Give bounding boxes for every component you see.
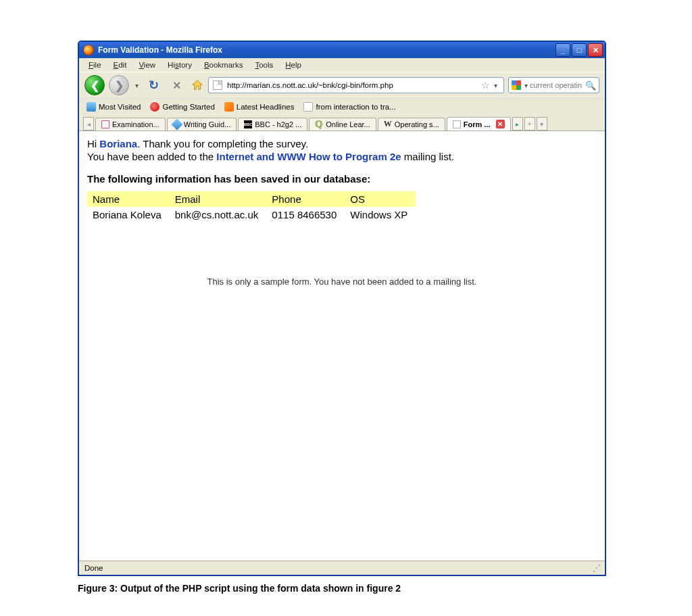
- forward-button: ❯: [109, 75, 129, 95]
- bookmark-latest-headlines[interactable]: Latest Headlines: [222, 101, 297, 113]
- table-row: Boriana Koleva bnk@cs.nott.ac.uk 0115 84…: [87, 207, 416, 222]
- col-os: OS: [345, 191, 416, 207]
- navigation-toolbar: ❮ ❯ ▾ ↻ ✕ ☆ ▾ ▾ current operatin 🔍: [79, 72, 605, 98]
- menu-bar: File Edit View History Bookmarks Tools H…: [79, 58, 605, 72]
- menu-edit[interactable]: Edit: [108, 60, 132, 70]
- status-bar: Done ⋰: [79, 561, 605, 575]
- tab-examination[interactable]: Examination...: [95, 118, 166, 131]
- wikipedia-icon: W: [384, 120, 392, 128]
- cell-name: Boriana Koleva: [87, 207, 170, 222]
- bookmark-star-icon[interactable]: ☆: [479, 80, 492, 91]
- cell-phone: 0115 8466530: [266, 207, 345, 222]
- greeting-line2: You have been added to the Internet and …: [87, 151, 597, 162]
- new-tab-button[interactable]: +: [524, 117, 535, 131]
- home-button[interactable]: [191, 78, 204, 92]
- firefox-icon: [83, 45, 94, 55]
- cell-email: bnk@cs.nott.ac.uk: [170, 207, 267, 222]
- menu-help[interactable]: Help: [280, 60, 307, 70]
- address-dropdown[interactable]: ▾: [492, 82, 499, 89]
- browser-window: Form Validation - Mozilla Firefox _ □ ✕ …: [78, 41, 606, 576]
- page-icon: [453, 120, 461, 128]
- tab-scroll-left[interactable]: ◂: [83, 117, 94, 131]
- bookmark-interaction[interactable]: from interaction to tra...: [301, 101, 397, 113]
- all-tabs-button[interactable]: ▾: [537, 117, 547, 131]
- rss-icon: [224, 102, 234, 112]
- disclaimer: This is only a sample form. You have not…: [87, 277, 597, 287]
- search-engine-dropdown[interactable]: ▾: [522, 82, 530, 89]
- tab-operating-s[interactable]: WOperating s...: [378, 118, 445, 131]
- menu-view[interactable]: View: [133, 60, 161, 70]
- tab-form[interactable]: Form ...✕: [447, 117, 511, 131]
- table-header: Name Email Phone OS: [87, 191, 416, 207]
- tab-scroll-right[interactable]: ▸: [512, 117, 523, 131]
- bookmark-most-visited[interactable]: Most Visited: [84, 101, 143, 113]
- tab-close-icon[interactable]: ✕: [496, 120, 505, 128]
- tab-bbc[interactable]: BBCBBC - h2g2 ...: [238, 118, 307, 131]
- book-title: Internet and WWW How to Program 2e: [216, 151, 401, 162]
- firefox-icon: [150, 102, 159, 112]
- folder-icon: [86, 102, 96, 112]
- favicon-icon: [171, 118, 182, 130]
- tab-writing-guid[interactable]: Writing Guid...: [167, 118, 237, 131]
- stop-button[interactable]: ✕: [167, 77, 187, 94]
- bookmarks-toolbar: Most Visited Getting Started Latest Head…: [79, 98, 605, 115]
- status-text: Done: [84, 564, 103, 572]
- figure-caption: Figure 3: Output of the PHP script using…: [78, 583, 614, 594]
- saved-heading: The following information has been saved…: [87, 173, 597, 185]
- close-button[interactable]: ✕: [588, 43, 603, 57]
- menu-history[interactable]: History: [162, 60, 197, 70]
- bookmark-getting-started[interactable]: Getting Started: [148, 101, 216, 113]
- url-input[interactable]: [226, 80, 479, 90]
- maximize-button[interactable]: □: [572, 43, 587, 57]
- window-title: Form Validation - Mozilla Firefox: [98, 45, 555, 55]
- menu-file[interactable]: File: [83, 60, 107, 70]
- search-box[interactable]: ▾ current operatin 🔍: [508, 77, 599, 93]
- page-icon: [213, 80, 222, 90]
- minimize-button[interactable]: _: [555, 43, 570, 57]
- search-placeholder: current operatin: [530, 81, 585, 89]
- resize-grip-icon[interactable]: ⋰: [593, 563, 599, 573]
- search-icon[interactable]: 🔍: [585, 80, 596, 91]
- col-name: Name: [87, 191, 170, 207]
- favicon-icon: ℚ: [315, 120, 323, 128]
- greeting-line1: Hi Boriana. Thank you for completing the…: [87, 138, 597, 149]
- back-button[interactable]: ❮: [84, 75, 105, 95]
- favicon-icon: [101, 120, 109, 128]
- history-dropdown[interactable]: ▾: [133, 82, 141, 89]
- address-bar[interactable]: ☆ ▾: [208, 77, 504, 93]
- bbc-icon: BBC: [244, 120, 252, 128]
- info-table: Name Email Phone OS Boriana Koleva bnk@c…: [87, 191, 416, 222]
- col-phone: Phone: [266, 191, 345, 207]
- reload-button[interactable]: ↻: [145, 76, 163, 95]
- page-icon: [303, 102, 313, 112]
- google-icon: [512, 80, 521, 90]
- tab-online-lear[interactable]: ℚOnline Lear...: [309, 118, 376, 131]
- menu-bookmarks[interactable]: Bookmarks: [199, 60, 249, 70]
- tab-strip: ◂ Examination... Writing Guid... BBCBBC …: [79, 115, 605, 131]
- title-bar: Form Validation - Mozilla Firefox _ □ ✕: [79, 42, 605, 58]
- menu-tools[interactable]: Tools: [249, 60, 278, 70]
- user-name: Boriana: [99, 138, 137, 149]
- col-email: Email: [170, 191, 267, 207]
- page-content: Hi Boriana. Thank you for completing the…: [79, 131, 605, 561]
- cell-os: Windows XP: [345, 207, 416, 222]
